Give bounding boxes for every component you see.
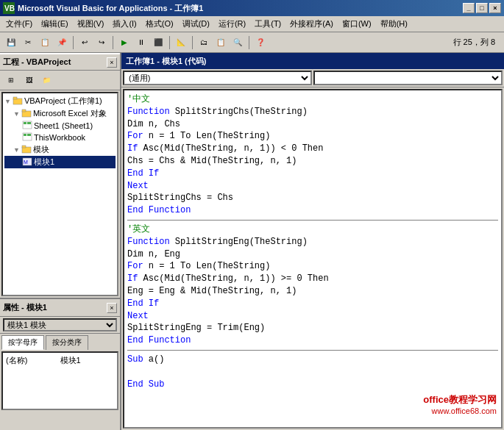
project-toggle-folders[interactable]: 📁 — [38, 72, 54, 88]
menu-run[interactable]: 运行(R) — [214, 17, 250, 31]
toolbar-stop[interactable]: ⬛ — [150, 35, 166, 51]
code-line-15: If Asc(Mid(TheString, n, 1)) >= 0 Then — [127, 273, 498, 285]
code-line-9: SplitStringChs = Chs — [127, 192, 498, 204]
code-line-7: End If — [127, 168, 498, 180]
cursor-position: 行 25，列 8 — [453, 37, 501, 48]
code-line-3: Dim n, Chs — [127, 118, 498, 131]
tree-item-vbaproject[interactable]: ▼ VBAProject (工作簿1) — [4, 95, 116, 107]
watermark-line2: www.office68.com — [423, 406, 497, 415]
tree-label-modules: 模块 — [33, 144, 49, 155]
project-tree[interactable]: ▼ VBAProject (工作簿1) ▼ Microsoft Excel 对象 — [1, 92, 118, 296]
tree-label-module1: 模块1 — [34, 157, 54, 168]
main-layout: 工程 - VBAProject × ⊞ 🖼 📁 ▼ VBAProject (工作… — [0, 53, 504, 430]
svg-rect-11 — [27, 134, 31, 136]
menu-format[interactable]: 格式(O) — [141, 17, 178, 31]
toolbar-help[interactable]: ❓ — [252, 35, 269, 51]
code-separator-1 — [127, 220, 498, 221]
svg-text:VB: VB — [4, 4, 15, 12]
separator2 — [113, 36, 113, 49]
maximize-button[interactable]: □ — [476, 3, 488, 13]
code-line-17: End If — [127, 298, 498, 310]
menu-insert[interactable]: 插入(I) — [108, 17, 141, 31]
code-line-18: Next — [127, 310, 498, 323]
toolbar-undo[interactable]: ↩ — [77, 35, 93, 51]
code-line-23: End Sub — [127, 379, 498, 391]
properties-content: (名称) 模块1 — [1, 351, 118, 410]
properties-name-box: 模块1 模块 — [0, 317, 120, 334]
code-line-2: Function SplitStringChs(TheString) — [127, 106, 498, 118]
props-row-name[interactable]: (名称) 模块1 — [4, 354, 116, 367]
toolbar-cut[interactable]: ✂ — [20, 35, 36, 51]
toolbar-pause[interactable]: ⏸ — [133, 35, 149, 51]
code-line-14: For n = 1 To Len(TheString) — [127, 260, 498, 273]
properties-name-dropdown[interactable]: 模块1 模块 — [3, 318, 117, 332]
code-line-10: End Function — [127, 204, 498, 217]
svg-rect-5 — [22, 110, 26, 112]
tab-categorized[interactable]: 按分类序 — [46, 335, 88, 350]
title-bar: VB Microsoft Visual Basic for Applicatio… — [0, 0, 504, 16]
project-view-code[interactable]: ⊞ — [3, 72, 19, 88]
close-button[interactable]: × — [489, 3, 501, 13]
svg-rect-10 — [24, 134, 26, 136]
code-line-21: Sub a() — [127, 354, 498, 366]
toolbar-paste[interactable]: 📌 — [54, 35, 70, 51]
code-line-19: SplitStringEng = Trim(Eng) — [127, 322, 498, 334]
toolbar-properties[interactable]: 📋 — [213, 35, 229, 51]
toolbar-run[interactable]: ▶ — [116, 35, 132, 51]
tree-item-module1[interactable]: M 模块1 — [4, 156, 116, 168]
code-line-8: Next — [127, 180, 498, 193]
toolbar-projectexplorer[interactable]: 🗂 — [196, 35, 212, 51]
menu-help[interactable]: 帮助(H) — [376, 17, 412, 31]
menu-window[interactable]: 窗口(W) — [338, 17, 376, 31]
code-proc-dropdown[interactable] — [313, 71, 503, 85]
svg-rect-7 — [24, 122, 26, 124]
left-panel: 工程 - VBAProject × ⊞ 🖼 📁 ▼ VBAProject (工作… — [0, 53, 121, 430]
title-text: Microsoft Visual Basic for Applications … — [18, 3, 203, 14]
project-view-object[interactable]: 🖼 — [21, 72, 37, 88]
code-line-13: Dim n, Eng — [127, 248, 498, 261]
menu-view[interactable]: 视图(V) — [73, 17, 109, 31]
code-dropdowns: (通用) — [121, 69, 504, 87]
properties-tabs: 按字母序 按分类序 — [0, 334, 120, 350]
code-line-5: If Asc(Mid(TheString, n, 1)) < 0 Then — [127, 143, 498, 155]
toolbar-save[interactable]: 💾 — [3, 35, 19, 51]
menu-tools[interactable]: 工具(T) — [250, 17, 285, 31]
project-panel-close[interactable]: × — [107, 57, 117, 68]
menu-file[interactable]: 文件(F) — [1, 17, 37, 31]
watermark-line1: office教程学习网 — [423, 393, 497, 406]
svg-text:M: M — [24, 160, 28, 165]
tree-item-excel-objects[interactable]: ▼ Microsoft Excel 对象 — [4, 107, 116, 120]
watermark: office教程学习网 www.office68.com — [423, 393, 497, 415]
toolbar-objectbrowser[interactable]: 🔍 — [230, 35, 246, 51]
tree-label-excel: Microsoft Excel 对象 — [33, 108, 107, 119]
window-controls: _ □ × — [463, 3, 501, 13]
menu-addins[interactable]: 外接程序(A) — [285, 17, 338, 31]
code-line-11: '英文 — [127, 223, 498, 236]
tab-alphabetic[interactable]: 按字母序 — [1, 335, 44, 350]
code-line-16: Eng = Eng & Mid(TheString, n, 1) — [127, 285, 498, 298]
code-window-title: 工作簿1 - 模块1 (代码) — [121, 53, 504, 69]
props-name-value: 模块1 — [60, 355, 115, 366]
code-editor[interactable]: '中文 Function SplitStringChs(TheString) D… — [123, 89, 503, 429]
tree-item-sheet1[interactable]: Sheet1 (Sheet1) — [4, 120, 116, 132]
code-line-20: End Function — [127, 334, 498, 347]
menu-bar: 文件(F) 编辑(E) 视图(V) 插入(I) 格式(O) 调试(D) 运行(R… — [0, 16, 504, 32]
code-separator-2 — [127, 350, 498, 351]
toolbar-redo[interactable]: ↪ — [93, 35, 110, 51]
props-name-label: (名称) — [6, 355, 60, 366]
properties-panel-close[interactable]: × — [107, 303, 117, 313]
properties-title: 属性 - 模块1 — [3, 302, 47, 313]
menu-edit[interactable]: 编辑(E) — [37, 17, 73, 31]
code-line-12: Function SplitStringEng(TheString) — [127, 236, 498, 248]
toolbar-copy[interactable]: 📋 — [37, 35, 53, 51]
code-scope-dropdown[interactable]: (通用) — [123, 71, 312, 85]
tree-item-thisworkbook[interactable]: ThisWorkbook — [4, 132, 116, 143]
project-panel-title: 工程 - VBAProject — [3, 57, 71, 68]
toolbar-design[interactable]: 📐 — [173, 35, 189, 51]
menu-debug[interactable]: 调试(D) — [178, 17, 214, 31]
minimize-button[interactable]: _ — [463, 3, 475, 13]
svg-rect-8 — [27, 122, 31, 124]
svg-rect-3 — [13, 97, 17, 99]
separator4 — [192, 36, 193, 49]
tree-item-modules[interactable]: ▼ 模块 — [4, 143, 116, 156]
